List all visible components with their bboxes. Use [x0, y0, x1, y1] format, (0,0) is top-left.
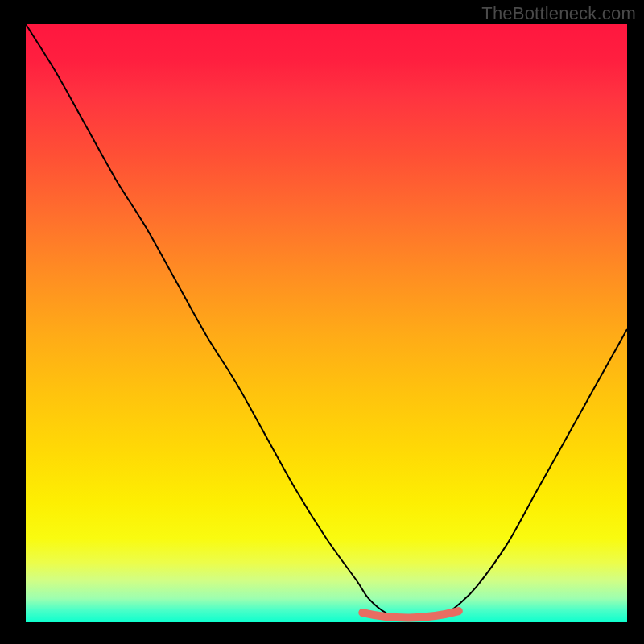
plot-area [26, 24, 627, 622]
curve-layer [26, 24, 627, 622]
optimal-range-highlight [362, 611, 459, 617]
watermark-text: TheBottleneck.com [481, 3, 636, 24]
chart-container: TheBottleneck.com [0, 0, 644, 644]
bottleneck-curve [26, 24, 627, 620]
